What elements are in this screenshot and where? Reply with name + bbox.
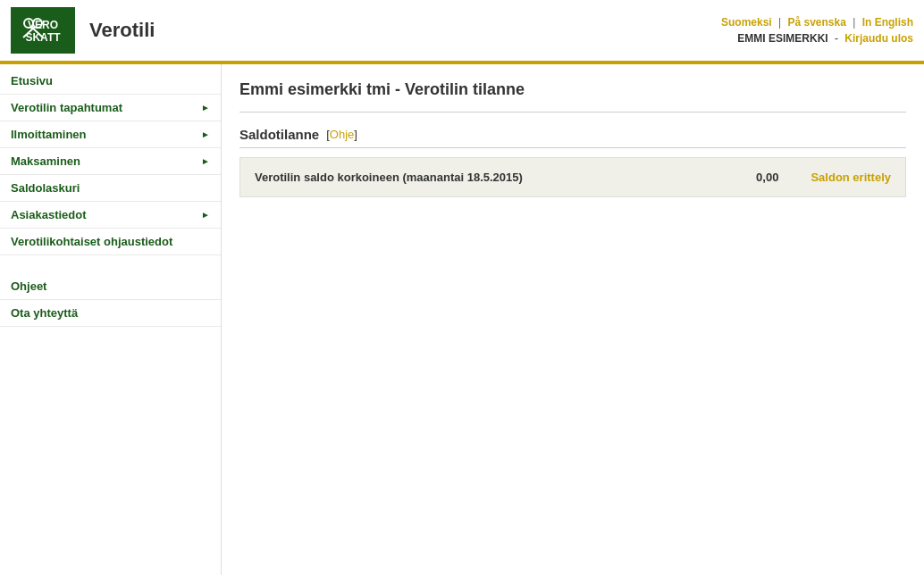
balance-detail-link[interactable]: Saldon erittely — [811, 171, 891, 184]
language-bar: Suomeksi | På svenska | In English — [721, 16, 913, 29]
header-left: VERO SKATT Verotili — [11, 7, 155, 54]
section-title: Saldotilanne — [239, 127, 319, 142]
header-right: Suomeksi | På svenska | In English EMMI … — [721, 16, 913, 45]
page-title: Emmi esimerkki tmi - Verotilin tilanne — [239, 80, 906, 99]
sidebar-item-saldolaskuri[interactable]: Saldolaskuri — [0, 175, 221, 202]
username: EMMI ESIMERKKI — [737, 32, 827, 45]
sidebar-item-yhteystiedot[interactable]: Ota yhteyttä — [0, 300, 221, 327]
sidebar-item-ohjaustiedot[interactable]: Verotilikohtaiset ohjaustiedot — [0, 229, 221, 255]
balance-amount: 0,00 — [756, 171, 778, 184]
svg-text:SKATT: SKATT — [25, 31, 61, 44]
lang-sep-2: | — [853, 16, 858, 29]
svg-text:VERO: VERO — [28, 19, 58, 31]
sidebar-label-yhteystiedot: Ota yhteyttä — [11, 306, 78, 320]
title-divider — [239, 112, 906, 112]
arrow-icon: ► — [201, 210, 210, 220]
sidebar-item-maksaminen[interactable]: Maksaminen ► — [0, 148, 221, 175]
section-help: [Ohje] — [326, 128, 357, 141]
lang-finnish[interactable]: Suomeksi — [721, 16, 772, 29]
arrow-icon: ► — [201, 156, 210, 166]
sidebar-label-saldolaskuri: Saldolaskuri — [11, 181, 80, 195]
logout-link[interactable]: Kirjaudu ulos — [844, 32, 913, 45]
user-bar: EMMI ESIMERKKI - Kirjaudu ulos — [721, 32, 913, 45]
lang-swedish[interactable]: På svenska — [787, 16, 845, 29]
user-sep: - — [835, 32, 841, 45]
sidebar-item-ilmoittaminen[interactable]: Ilmoittaminen ► — [0, 121, 221, 148]
sidebar-divider — [0, 255, 221, 273]
main-content: Emmi esimerkki tmi - Verotilin tilanne S… — [222, 64, 924, 575]
help-link[interactable]: Ohje — [330, 128, 354, 141]
sidebar-label-ilmoittaminen: Ilmoittaminen — [11, 128, 87, 141]
app-title: Verotili — [89, 19, 155, 42]
lang-sep-1: | — [778, 16, 784, 29]
sidebar-label-asiakastiedot: Asiakastiedot — [11, 208, 87, 221]
balance-box: Verotilin saldo korkoineen (maanantai 18… — [239, 157, 906, 197]
sidebar-item-etusivu[interactable]: Etusivu — [0, 68, 221, 95]
balance-label: Verotilin saldo korkoineen (maanantai 18… — [255, 171, 738, 184]
sidebar-label-ohjeet: Ohjeet — [11, 279, 46, 293]
sidebar-label-ohjaustiedot: Verotilikohtaiset ohjaustiedot — [11, 235, 172, 248]
balance-link: Saldon erittely — [811, 171, 891, 184]
header: VERO SKATT Verotili Suomeksi | På svensk… — [0, 0, 924, 64]
layout: Etusivu Verotilin tapahtumat ► Ilmoittam… — [0, 64, 924, 575]
sidebar-label-maksaminen: Maksaminen — [11, 154, 80, 168]
sidebar-item-tapahtumat[interactable]: Verotilin tapahtumat ► — [0, 95, 221, 121]
sidebar-item-ohjeet[interactable]: Ohjeet — [0, 273, 221, 300]
section-header: Saldotilanne [Ohje] — [239, 127, 906, 148]
sidebar-label-etusivu: Etusivu — [11, 74, 53, 88]
lang-english[interactable]: In English — [862, 16, 913, 29]
arrow-icon: ► — [201, 103, 210, 112]
logo: VERO SKATT — [11, 7, 75, 54]
sidebar-item-asiakastiedot[interactable]: Asiakastiedot ► — [0, 202, 221, 229]
help-bracket-close: ] — [354, 128, 357, 141]
sidebar: Etusivu Verotilin tapahtumat ► Ilmoittam… — [0, 64, 222, 575]
sidebar-label-tapahtumat: Verotilin tapahtumat — [11, 101, 122, 114]
arrow-icon: ► — [201, 129, 210, 139]
